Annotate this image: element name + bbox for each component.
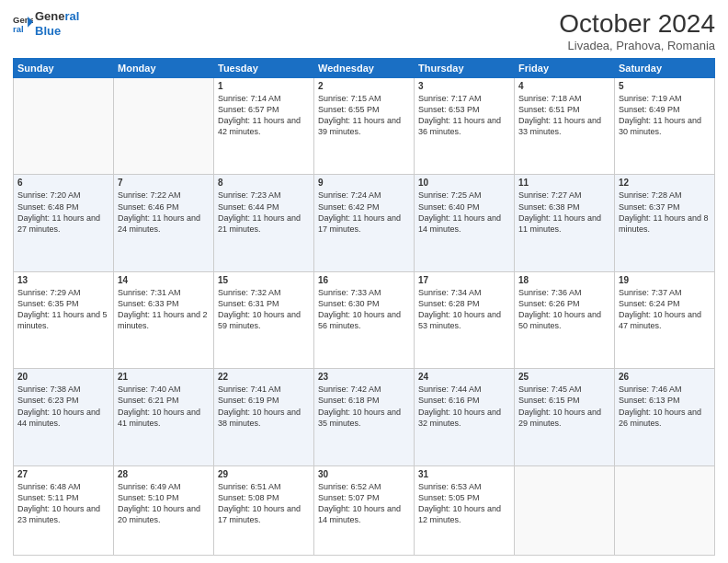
day-number: 31 (418, 469, 510, 479)
cell-info: Sunrise: 7:24 AMSunset: 6:42 PMDaylight:… (318, 190, 410, 235)
cell-info: Sunrise: 7:31 AMSunset: 6:33 PMDaylight:… (118, 287, 210, 332)
calendar-cell: 2Sunrise: 7:15 AMSunset: 6:55 PMDaylight… (314, 78, 415, 175)
calendar-cell: 16Sunrise: 7:33 AMSunset: 6:30 PMDayligh… (314, 271, 415, 368)
cell-info: Sunrise: 7:17 AMSunset: 6:53 PMDaylight:… (418, 93, 510, 138)
day-number: 20 (17, 372, 109, 382)
calendar-cell (615, 465, 715, 555)
day-number: 23 (318, 372, 410, 382)
cell-info: Sunrise: 7:14 AMSunset: 6:57 PMDaylight:… (218, 93, 310, 138)
logo: Gene ral General Blue (13, 9, 79, 38)
calendar-cell: 11Sunrise: 7:27 AMSunset: 6:38 PMDayligh… (515, 175, 615, 271)
calendar-cell: 8Sunrise: 7:23 AMSunset: 6:44 PMDaylight… (214, 175, 314, 271)
cell-info: Sunrise: 6:49 AMSunset: 5:10 PMDaylight:… (118, 481, 210, 526)
calendar-cell: 25Sunrise: 7:45 AMSunset: 6:15 PMDayligh… (515, 369, 615, 465)
day-number: 8 (218, 178, 310, 188)
day-number: 25 (518, 372, 610, 382)
day-number: 4 (518, 81, 610, 91)
day-number: 30 (318, 469, 410, 479)
calendar-cell: 28Sunrise: 6:49 AMSunset: 5:10 PMDayligh… (114, 465, 214, 555)
calendar-cell: 29Sunrise: 6:51 AMSunset: 5:08 PMDayligh… (214, 465, 314, 555)
calendar-cell: 12Sunrise: 7:28 AMSunset: 6:37 PMDayligh… (615, 175, 715, 271)
calendar-cell: 20Sunrise: 7:38 AMSunset: 6:23 PMDayligh… (14, 369, 114, 465)
calendar-table: SundayMondayTuesdayWednesdayThursdayFrid… (13, 58, 715, 556)
cell-info: Sunrise: 7:45 AMSunset: 6:15 PMDaylight:… (518, 384, 610, 429)
location: Livadea, Prahova, Romania (559, 39, 715, 52)
svg-text:ral: ral (13, 23, 24, 33)
calendar-cell (14, 78, 114, 175)
calendar-cell: 17Sunrise: 7:34 AMSunset: 6:28 PMDayligh… (415, 271, 515, 368)
calendar-header-friday: Friday (515, 59, 615, 78)
day-number: 13 (17, 275, 109, 285)
calendar-week-3: 20Sunrise: 7:38 AMSunset: 6:23 PMDayligh… (14, 369, 715, 465)
cell-info: Sunrise: 7:23 AMSunset: 6:44 PMDaylight:… (218, 190, 310, 235)
cell-info: Sunrise: 7:29 AMSunset: 6:35 PMDaylight:… (17, 287, 109, 332)
day-number: 6 (17, 178, 109, 188)
day-number: 26 (619, 372, 711, 382)
day-number: 3 (418, 81, 510, 91)
calendar-cell: 27Sunrise: 6:48 AMSunset: 5:11 PMDayligh… (14, 465, 114, 555)
calendar-header-monday: Monday (114, 59, 214, 78)
cell-info: Sunrise: 7:37 AMSunset: 6:24 PMDaylight:… (619, 287, 711, 332)
cell-info: Sunrise: 7:34 AMSunset: 6:28 PMDaylight:… (418, 287, 510, 332)
day-number: 5 (619, 81, 711, 91)
cell-info: Sunrise: 7:22 AMSunset: 6:46 PMDaylight:… (118, 190, 210, 235)
calendar-header-tuesday: Tuesday (214, 59, 314, 78)
calendar-cell: 5Sunrise: 7:19 AMSunset: 6:49 PMDaylight… (615, 78, 715, 175)
day-number: 19 (619, 275, 711, 285)
day-number: 24 (418, 372, 510, 382)
month-title: October 2024 (559, 9, 715, 39)
calendar-header-row: SundayMondayTuesdayWednesdayThursdayFrid… (14, 59, 715, 78)
day-number: 1 (218, 81, 310, 91)
calendar-cell: 21Sunrise: 7:40 AMSunset: 6:21 PMDayligh… (114, 369, 214, 465)
calendar-week-2: 13Sunrise: 7:29 AMSunset: 6:35 PMDayligh… (14, 271, 715, 368)
calendar-cell: 1Sunrise: 7:14 AMSunset: 6:57 PMDaylight… (214, 78, 314, 175)
calendar-cell: 30Sunrise: 6:52 AMSunset: 5:07 PMDayligh… (314, 465, 415, 555)
calendar-cell: 9Sunrise: 7:24 AMSunset: 6:42 PMDaylight… (314, 175, 415, 271)
calendar-cell: 23Sunrise: 7:42 AMSunset: 6:18 PMDayligh… (314, 369, 415, 465)
calendar-cell: 10Sunrise: 7:25 AMSunset: 6:40 PMDayligh… (415, 175, 515, 271)
cell-info: Sunrise: 7:28 AMSunset: 6:37 PMDaylight:… (619, 190, 711, 235)
calendar-cell (515, 465, 615, 555)
title-block: October 2024 Livadea, Prahova, Romania (559, 9, 715, 52)
calendar-header-sunday: Sunday (14, 59, 114, 78)
cell-info: Sunrise: 7:33 AMSunset: 6:30 PMDaylight:… (318, 287, 410, 332)
calendar-week-1: 6Sunrise: 7:20 AMSunset: 6:48 PMDaylight… (14, 175, 715, 271)
calendar-cell: 24Sunrise: 7:44 AMSunset: 6:16 PMDayligh… (415, 369, 515, 465)
cell-info: Sunrise: 7:46 AMSunset: 6:13 PMDaylight:… (619, 384, 711, 429)
cell-info: Sunrise: 7:44 AMSunset: 6:16 PMDaylight:… (418, 384, 510, 429)
cell-info: Sunrise: 6:53 AMSunset: 5:05 PMDaylight:… (418, 481, 510, 526)
day-number: 27 (17, 469, 109, 479)
cell-info: Sunrise: 6:48 AMSunset: 5:11 PMDaylight:… (17, 481, 109, 526)
day-number: 28 (118, 469, 210, 479)
calendar-header-saturday: Saturday (615, 59, 715, 78)
cell-info: Sunrise: 7:19 AMSunset: 6:49 PMDaylight:… (619, 93, 711, 138)
cell-info: Sunrise: 7:40 AMSunset: 6:21 PMDaylight:… (118, 384, 210, 429)
calendar-week-4: 27Sunrise: 6:48 AMSunset: 5:11 PMDayligh… (14, 465, 715, 555)
day-number: 29 (218, 469, 310, 479)
day-number: 2 (318, 81, 410, 91)
cell-info: Sunrise: 7:25 AMSunset: 6:40 PMDaylight:… (418, 190, 510, 235)
logo-text: General Blue (35, 9, 79, 38)
calendar-week-0: 1Sunrise: 7:14 AMSunset: 6:57 PMDaylight… (14, 78, 715, 175)
day-number: 14 (118, 275, 210, 285)
cell-info: Sunrise: 7:27 AMSunset: 6:38 PMDaylight:… (518, 190, 610, 235)
calendar-cell: 31Sunrise: 6:53 AMSunset: 5:05 PMDayligh… (415, 465, 515, 555)
calendar-cell: 26Sunrise: 7:46 AMSunset: 6:13 PMDayligh… (615, 369, 715, 465)
day-number: 10 (418, 178, 510, 188)
day-number: 21 (118, 372, 210, 382)
day-number: 17 (418, 275, 510, 285)
calendar-cell: 3Sunrise: 7:17 AMSunset: 6:53 PMDaylight… (415, 78, 515, 175)
calendar-cell (114, 78, 214, 175)
cell-info: Sunrise: 7:38 AMSunset: 6:23 PMDaylight:… (17, 384, 109, 429)
day-number: 9 (318, 178, 410, 188)
cell-info: Sunrise: 7:42 AMSunset: 6:18 PMDaylight:… (318, 384, 410, 429)
cell-info: Sunrise: 7:32 AMSunset: 6:31 PMDaylight:… (218, 287, 310, 332)
day-number: 12 (619, 178, 711, 188)
header: Gene ral General Blue October 2024 Livad… (13, 9, 715, 52)
calendar-cell: 22Sunrise: 7:41 AMSunset: 6:19 PMDayligh… (214, 369, 314, 465)
calendar-cell: 4Sunrise: 7:18 AMSunset: 6:51 PMDaylight… (515, 78, 615, 175)
cell-info: Sunrise: 7:36 AMSunset: 6:26 PMDaylight:… (518, 287, 610, 332)
logo-icon: Gene ral (13, 14, 33, 34)
cell-info: Sunrise: 7:15 AMSunset: 6:55 PMDaylight:… (318, 93, 410, 138)
calendar-cell: 13Sunrise: 7:29 AMSunset: 6:35 PMDayligh… (14, 271, 114, 368)
